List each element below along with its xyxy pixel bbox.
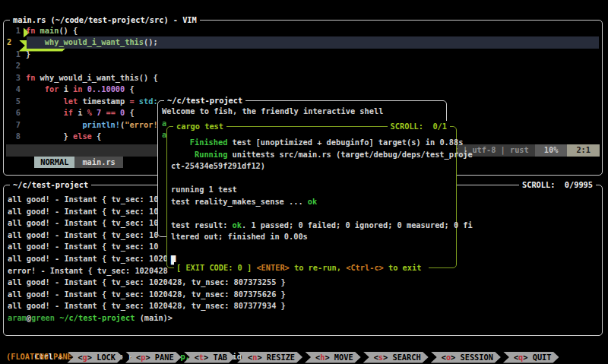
text-token: ok [233, 220, 242, 229]
keybind-key-letter: n [252, 353, 257, 362]
text-token: aram [8, 313, 27, 322]
fish-pane-title: ~/c/test-project [164, 95, 245, 106]
text-token: { [125, 84, 134, 93]
text-token: <Ctrl-c> [346, 263, 384, 272]
text-token [171, 138, 190, 147]
text-token: if [64, 108, 78, 117]
text-token: a [162, 119, 166, 128]
keybind-quit[interactable]: <q> QUIT [503, 352, 559, 363]
text-token: unittests src/main.rs (target/debug/deps… [227, 150, 472, 159]
vim-scroll-percent: 10% [535, 144, 568, 157]
vim-filename: main.rs [74, 157, 122, 169]
text-token: else [73, 131, 92, 141]
terminal-line [171, 243, 454, 255]
text-token: error! - Instant { tv_sec: 1020428 [8, 266, 168, 275]
text-token: Finished [190, 138, 228, 147]
text-token: to exit [384, 263, 426, 272]
terminal-line: 2 [7, 60, 599, 71]
text-token: 7 [97, 108, 106, 117]
keybind-pane[interactable]: <p> PANE [125, 352, 182, 363]
line-number: 1 [7, 49, 21, 60]
terminal-line: ltered out; finished in 0.00s [171, 231, 454, 243]
text-token: test reality_makes_sense ... [171, 197, 308, 206]
text-token: (main)> [140, 313, 173, 322]
text-token [26, 108, 64, 117]
keybind-key-letter: q [518, 353, 523, 362]
keybind-key-letter: o [446, 353, 451, 362]
text-token: running 1 test [171, 185, 237, 194]
line-number: 7 [7, 119, 21, 131]
text-token: in [73, 84, 87, 93]
cargo-test-floating-pane[interactable]: cargo test SCROLL: 0/1 Finished test [un… [166, 126, 457, 268]
text-token: all good! - Instant { tv_sec: 10 [8, 242, 158, 251]
line-number: 8 [7, 131, 21, 142]
text-token: all good! - Instant { tv_sec: 1020428, t… [8, 277, 286, 286]
text-token: to re-run, [290, 263, 346, 272]
line-number: 1 [7, 25, 21, 36]
vim-mode-indicator: NORMAL [34, 157, 74, 169]
zellij-screen: Zellij (sophisticated-sun) Tab #1 main.r… [0, 0, 608, 364]
terminal-line: all good! - Instant { tv_sec: 1020428, t… [8, 300, 600, 312]
text-token: all good! - Instant { tv_sec: 1020428, t… [8, 290, 286, 299]
terminal-line [171, 207, 454, 220]
text-token: <ENTER> [256, 263, 289, 272]
text-token: all good! - Instant { tv_sec: 1020 [8, 254, 168, 263]
cargo-scroll-indicator: SCROLL: 0/1 [388, 121, 450, 132]
keybind-move[interactable]: <h> MOVE [305, 352, 361, 363]
line-number: 6 [7, 107, 21, 119]
keybind-key-letter: t [199, 353, 204, 362]
text-token: fn [26, 73, 40, 82]
text-token [26, 120, 82, 129]
text-token: % [87, 108, 97, 117]
terminal-line: 3fn why_would_i_want_this() { [7, 72, 599, 84]
keybind-lock[interactable]: <g> LOCK [67, 352, 123, 363]
keybinding-row: Ctrl +<g> LOCK<p> PANE<t> TAB<n> RESIZE<… [0, 338, 608, 350]
text-token: ltered out; finished in 0.00s [171, 232, 308, 241]
text-token: ct-25434e59f291df12) [171, 161, 265, 170]
text-token: test result: [171, 220, 233, 229]
keybind-session[interactable]: <o> SESSION [431, 352, 501, 363]
keybind-resize[interactable]: <n> RESIZE [237, 352, 302, 363]
text-token: all good! - Instant { tv_sec: 1020428, t… [8, 301, 286, 310]
top-bar: Zellij (sophisticated-sun) Tab #1 [0, 0, 608, 13]
terminal-line: test result: ok. 1 passed; 0 failed; 0 i… [171, 220, 454, 232]
text-token: for [45, 84, 64, 93]
text-token: Running [195, 150, 227, 159]
terminal-line: 2 why_would_i_want_this(); [7, 36, 599, 48]
text-token [26, 37, 45, 46]
text-token: why_would_i_want_this() { [40, 73, 158, 82]
terminal-line: aram@green ~/c/test-project (main)> [8, 312, 600, 324]
text-token: test [unoptimized + debuginfo] target(s)… [227, 138, 463, 147]
text-token: { [125, 108, 134, 117]
text-token: [ EXIT CODE: 0 ] [176, 263, 256, 272]
text-token [26, 84, 45, 93]
text-token: println! [82, 120, 120, 129]
text-token: all good! - Instant { tv_sec: 10 [8, 207, 158, 216]
line-number: 2 [7, 36, 21, 48]
text-token: why_would_i_want_this [45, 37, 144, 46]
keybind-key-letter: s [378, 353, 383, 362]
text-token: "error! [125, 120, 157, 129]
text-token: ok [308, 197, 317, 206]
keybind-tab[interactable]: <t> TAB [184, 352, 235, 363]
text-token: } [26, 49, 30, 59]
line-number: 2 [7, 60, 21, 71]
terminal-line [171, 173, 454, 185]
vim-cursor-position: 2:1 [567, 144, 600, 157]
text-token [171, 150, 195, 159]
text-token [26, 97, 64, 106]
text-token: Welcome to fish, the friendly interactiv… [162, 106, 383, 116]
terminal-line: Running unittests src/main.rs (target/de… [171, 149, 454, 161]
terminal-line: 1} [7, 49, 599, 60]
text-token: == [106, 108, 120, 117]
text-token: . 1 passed; 0 failed; 0 ignored; 0 measu… [242, 220, 473, 229]
text-token: let [64, 97, 83, 106]
text-token: { [92, 131, 101, 141]
cargo-exit-code-footer: [ EXIT CODE: 0 ] <ENTER> to re-run, <Ctr… [174, 262, 429, 274]
keybinding-bar: Ctrl +<g> LOCK<p> PANE<t> TAB<n> RESIZE<… [0, 338, 608, 364]
terminal-line: Finished test [unoptimized + debuginfo] … [171, 137, 454, 149]
keybind-search[interactable]: <s> SEARCH [363, 352, 429, 363]
text-token: all good! - Instant { tv_sec: 10 [8, 230, 158, 239]
terminal-line: all good! - Instant { tv_sec: 1020428, t… [8, 289, 600, 301]
text-token: 0..10000 [87, 84, 125, 93]
